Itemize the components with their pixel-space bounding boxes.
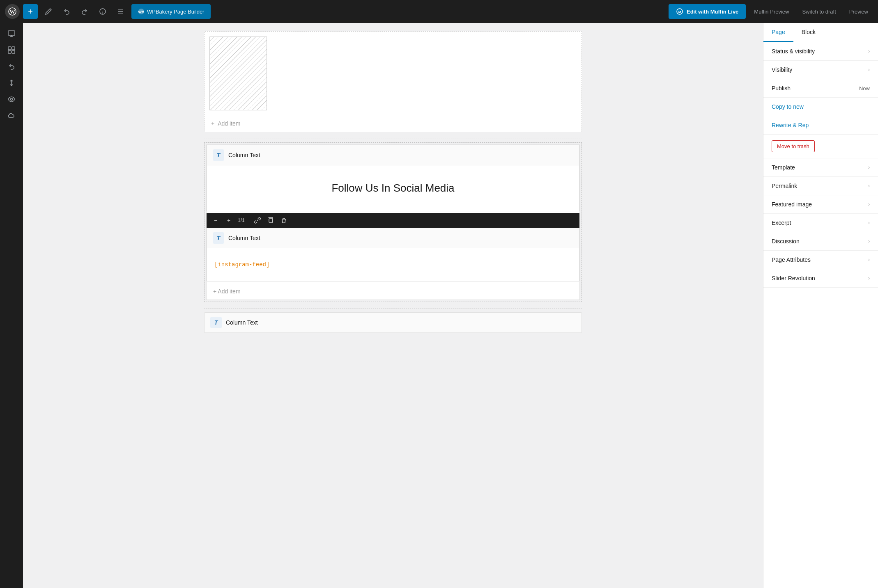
add-item-top[interactable]: + Add item bbox=[205, 115, 582, 132]
svg-rect-14 bbox=[8, 47, 11, 50]
column-block-1-title: Column Text bbox=[228, 152, 260, 158]
sidebar-status-visibility[interactable]: Status & visibility › bbox=[763, 42, 878, 61]
info-icon: i bbox=[99, 8, 106, 15]
tab-page-label: Page bbox=[772, 29, 785, 35]
slider-revolution-label: Slider Revolution bbox=[772, 275, 815, 281]
add-block-button[interactable]: + bbox=[23, 4, 38, 19]
svg-rect-16 bbox=[8, 50, 11, 53]
sidebar-copy-to-new[interactable]: Copy to new bbox=[763, 98, 878, 116]
link-icon bbox=[254, 217, 261, 224]
main-layout: + Add item T Column Text Follow Us In bbox=[0, 23, 878, 588]
hatched-block: + Add item bbox=[204, 31, 582, 132]
page-container: + Add item T Column Text Follow Us In bbox=[196, 31, 590, 333]
sidebar-discussion[interactable]: Discussion › bbox=[763, 232, 878, 251]
tools-button[interactable] bbox=[41, 4, 56, 19]
sidebar-undo-icon[interactable] bbox=[4, 59, 19, 74]
svg-point-18 bbox=[11, 98, 13, 101]
sidebar-page-attributes[interactable]: Page Attributes › bbox=[763, 251, 878, 269]
sidebar-visibility[interactable]: Visibility › bbox=[763, 61, 878, 79]
chevron-icon-11: › bbox=[868, 257, 870, 263]
block-toolbar-plus-btn[interactable]: + bbox=[223, 215, 234, 226]
move-to-trash-link[interactable]: Move to trash bbox=[772, 140, 815, 152]
muffin-preview-label: Muffin Preview bbox=[754, 9, 789, 15]
column-block-2: T Column Text [instagram-feed] bbox=[207, 228, 579, 281]
sidebar-eye-icon[interactable] bbox=[4, 92, 19, 107]
sidebar-monitor-icon[interactable] bbox=[4, 26, 19, 41]
undo-icon bbox=[63, 8, 70, 15]
column-block-2-title: Column Text bbox=[228, 235, 260, 241]
svg-text:i: i bbox=[102, 9, 103, 14]
permalink-label: Permalink bbox=[772, 183, 797, 189]
sidebar-cloud-icon[interactable] bbox=[4, 108, 19, 123]
block-toolbar-delete-btn[interactable] bbox=[278, 215, 290, 226]
minus-icon: − bbox=[214, 217, 217, 224]
list-view-button[interactable] bbox=[113, 4, 128, 19]
column-text-icon-1: T bbox=[213, 149, 224, 161]
chevron-icon-9: › bbox=[868, 220, 870, 226]
copy-to-new-link[interactable]: Copy to new bbox=[772, 103, 804, 110]
wpbakery-icon: WB bbox=[138, 8, 145, 15]
wpbakery-button[interactable]: WB WPBakery Page Builder bbox=[131, 4, 211, 19]
sidebar-slider-revolution[interactable]: Slider Revolution › bbox=[763, 269, 878, 288]
switch-to-draft-button[interactable]: Switch to draft bbox=[797, 4, 841, 19]
plus-icon: + bbox=[227, 217, 230, 224]
instagram-shortcode: [instagram-feed] bbox=[213, 256, 573, 273]
section-divider-1 bbox=[204, 139, 582, 139]
block-toolbar-link-btn[interactable] bbox=[252, 215, 263, 226]
block-toolbar-copy-btn[interactable] bbox=[265, 215, 276, 226]
redo-button[interactable] bbox=[77, 4, 92, 19]
edit-muffin-live-button[interactable]: M Edit with Muffin Live bbox=[669, 4, 746, 19]
toolbar-divider bbox=[249, 216, 249, 224]
hatched-image bbox=[209, 37, 267, 110]
tab-page[interactable]: Page bbox=[763, 23, 793, 42]
sidebar-featured-image[interactable]: Featured image › bbox=[763, 195, 878, 214]
wp-logo[interactable]: W bbox=[5, 4, 20, 19]
sidebar-publish[interactable]: Publish Now bbox=[763, 79, 878, 98]
rewrite-rep-link[interactable]: Rewrite & Rep bbox=[772, 122, 809, 128]
svg-rect-17 bbox=[12, 50, 15, 53]
svg-rect-15 bbox=[12, 47, 15, 50]
column-text-icon-3: T bbox=[210, 317, 222, 328]
left-sidebar bbox=[0, 23, 23, 588]
tab-block-label: Block bbox=[802, 29, 816, 35]
info-button[interactable]: i bbox=[95, 4, 110, 19]
muffin-icon: M bbox=[676, 8, 683, 15]
social-media-heading: Follow Us In Social Media bbox=[213, 174, 573, 203]
preview-button[interactable]: Preview bbox=[844, 4, 873, 19]
section-inner: T Column Text Follow Us In Social Media … bbox=[206, 144, 580, 300]
column-block-2-content: [instagram-feed] bbox=[207, 248, 579, 281]
undo-button[interactable] bbox=[59, 4, 74, 19]
edit-muffin-live-label: Edit with Muffin Live bbox=[687, 9, 738, 15]
trash-icon bbox=[280, 217, 287, 224]
chevron-icon-0: › bbox=[868, 48, 870, 54]
chevron-icon-6: › bbox=[868, 165, 870, 170]
sidebar-rewrite-rep[interactable]: Rewrite & Rep bbox=[763, 116, 878, 135]
add-item-top-label: Add item bbox=[218, 120, 240, 127]
copy-icon bbox=[267, 217, 274, 224]
sidebar-excerpt[interactable]: Excerpt › bbox=[763, 214, 878, 232]
sidebar-sort-icon[interactable] bbox=[4, 76, 19, 90]
svg-rect-19 bbox=[269, 219, 273, 222]
right-sidebar: Page Block Status & visibility › Visibil… bbox=[763, 23, 878, 588]
sidebar-move-to-trash[interactable]: Move to trash bbox=[763, 135, 878, 158]
sidebar-layout-icon[interactable] bbox=[4, 43, 19, 57]
add-item-bottom[interactable]: + Add item bbox=[207, 283, 579, 300]
column-text-icon-2: T bbox=[213, 232, 224, 244]
plus-icon: + bbox=[28, 7, 33, 16]
content-area[interactable]: + Add item T Column Text Follow Us In bbox=[23, 23, 763, 588]
chevron-icon-12: › bbox=[868, 275, 870, 281]
svg-text:WB: WB bbox=[138, 10, 145, 14]
svg-text:W: W bbox=[10, 9, 15, 15]
sidebar-permalink[interactable]: Permalink › bbox=[763, 177, 878, 195]
svg-text:M: M bbox=[678, 10, 681, 14]
sidebar-template[interactable]: Template › bbox=[763, 158, 878, 177]
section-block-group: T Column Text Follow Us In Social Media … bbox=[204, 142, 582, 302]
column-block-2-header: T Column Text bbox=[207, 228, 579, 248]
tab-block[interactable]: Block bbox=[793, 23, 824, 42]
block-toolbar-minus-btn[interactable]: − bbox=[210, 215, 221, 226]
add-item-bottom-label: + Add item bbox=[213, 288, 241, 295]
muffin-preview-button[interactable]: Muffin Preview bbox=[749, 4, 794, 19]
list-icon bbox=[117, 8, 124, 15]
column-block-1-header: T Column Text bbox=[207, 145, 579, 165]
block-toolbar: − + 1/1 bbox=[207, 213, 579, 228]
